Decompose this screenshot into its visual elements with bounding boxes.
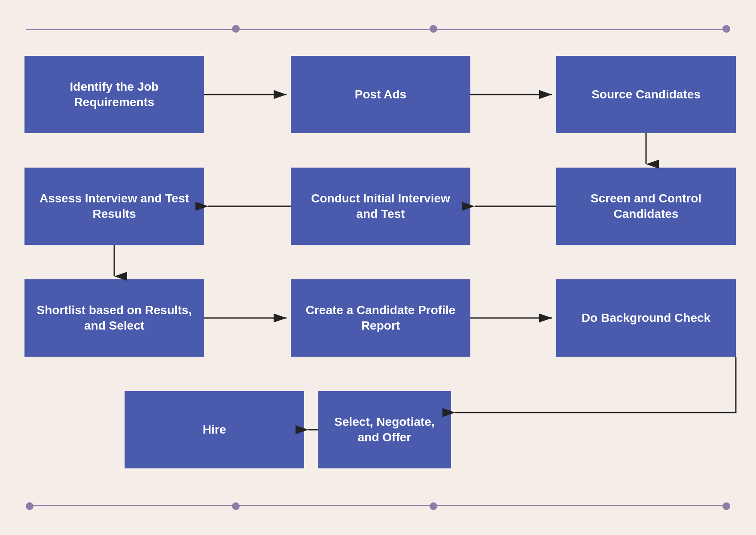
top-decorative-line	[26, 29, 730, 30]
bottom-dot-4	[722, 502, 730, 510]
box-screen-candidates: Screen and Control Candidates	[556, 168, 736, 245]
bottom-dot-2	[232, 502, 240, 510]
top-dot-3	[722, 25, 730, 33]
box-assess-interview: Assess Interview and Test Results	[24, 168, 204, 245]
box-shortlist: Shortlist based on Results, and Select	[24, 279, 204, 357]
box-create-profile: Create a Candidate Profile Report	[291, 279, 470, 357]
box-post-ads: Post Ads	[291, 56, 470, 133]
box-hire: Hire	[125, 391, 304, 468]
box-background-check: Do Background Check	[556, 279, 736, 357]
bottom-dot-1	[26, 502, 34, 510]
bottom-dot-3	[430, 502, 437, 510]
bottom-decorative-line	[26, 505, 730, 506]
diagram-container: Identify the Job Requirements Post Ads S…	[0, 0, 756, 535]
top-dot-2	[430, 25, 437, 33]
box-conduct-interview: Conduct Initial Interview and Test	[291, 168, 470, 245]
box-source-candidates: Source Candidates	[556, 56, 736, 133]
box-identify-job-requirements: Identify the Job Requirements	[24, 56, 204, 133]
top-dot-1	[232, 25, 240, 33]
box-select-negotiate: Select, Negotiate, and Offer	[318, 391, 451, 468]
